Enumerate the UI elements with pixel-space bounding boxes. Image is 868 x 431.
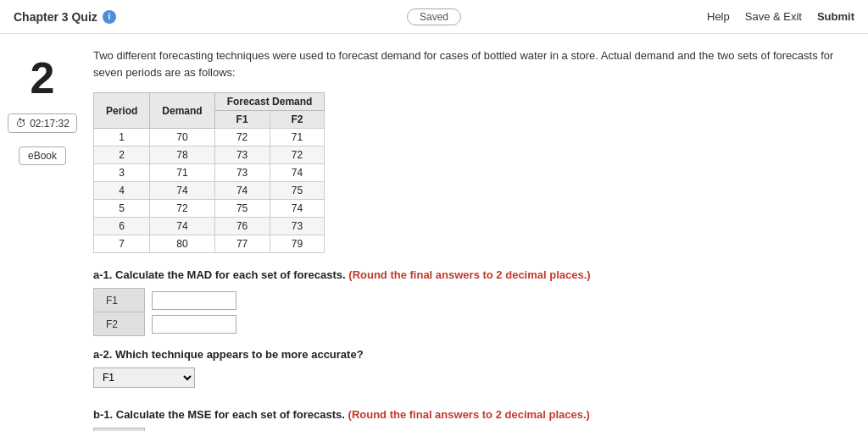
sidebar: 2 ⏱ 02:17:32 eBook: [0, 47, 85, 431]
table-period-header: Period: [94, 93, 150, 129]
help-button[interactable]: Help: [707, 10, 730, 23]
b1-section: b-1. Calculate the MSE for each set of f…: [93, 408, 851, 431]
table-cell: 77: [214, 235, 270, 253]
table-cell: 6: [94, 218, 150, 235]
header: Chapter 3 Quiz i Saved Help Save & Exit …: [0, 0, 868, 34]
b1-label: b-1. Calculate the MSE for each set of f…: [93, 408, 851, 421]
table-cell: 74: [150, 218, 214, 235]
table-cell: 74: [214, 182, 270, 200]
main-layout: 2 ⏱ 02:17:32 eBook Two different forecas…: [0, 34, 868, 431]
save-exit-button[interactable]: Save & Exit: [745, 10, 802, 23]
b1-input-cell: [145, 428, 244, 432]
header-left: Chapter 3 Quiz i: [14, 10, 294, 24]
table-cell: 72: [214, 129, 270, 146]
table-cell: 76: [214, 218, 270, 235]
a1-row-label: F1: [94, 289, 145, 312]
table-cell: 80: [150, 235, 214, 253]
table-cell: 71: [150, 164, 214, 182]
data-table: Period Demand Forecast Demand F1 F2 1707…: [93, 92, 325, 253]
table-demand-header: Demand: [150, 93, 214, 129]
table-cell: 75: [214, 200, 270, 218]
table-cell: 72: [150, 200, 214, 218]
table-forecast-group-header: Forecast Demand: [214, 93, 325, 111]
timer-value: 02:17:32: [30, 118, 70, 130]
ebook-button[interactable]: eBook: [19, 146, 66, 165]
content-area: Two different forecasting techniques wer…: [85, 47, 868, 431]
b1-round-note: (Round the final answers to 2 decimal pl…: [348, 408, 590, 421]
table-cell: 7: [94, 235, 150, 253]
table-cell: 73: [214, 146, 270, 164]
a1-answer-table: F1F2: [93, 288, 244, 336]
a2-label: a-2. Which technique appears to be more …: [93, 348, 851, 361]
submit-button[interactable]: Submit: [817, 10, 854, 23]
table-cell: 79: [270, 235, 325, 253]
table-cell: 2: [94, 146, 150, 164]
table-cell: 73: [270, 218, 325, 235]
table-f2-header: F2: [270, 111, 325, 129]
table-cell: 73: [214, 164, 270, 182]
table-cell: 4: [94, 182, 150, 200]
saved-badge: Saved: [407, 8, 461, 25]
info-icon[interactable]: i: [103, 10, 116, 24]
b1-answer-table: F1F2: [93, 428, 244, 431]
table-cell: 72: [270, 146, 325, 164]
table-cell: 5: [94, 200, 150, 218]
a1-input-cell: [145, 289, 244, 312]
a1-input-cell: [145, 312, 244, 336]
table-cell: 71: [270, 129, 325, 146]
table-cell: 74: [150, 182, 214, 200]
a1-row-label: F2: [94, 312, 145, 336]
header-right: Help Save & Exit Submit: [574, 10, 854, 23]
table-cell: 75: [270, 182, 325, 200]
timer-icon: ⏱: [15, 117, 26, 130]
a1-answer-input-f1[interactable]: [152, 291, 236, 310]
a1-label: a-1. Calculate the MAD for each set of f…: [93, 268, 851, 281]
header-center: Saved: [294, 8, 575, 25]
a1-round-note: (Round the final answers to 2 decimal pl…: [348, 268, 590, 281]
a1-answer-input-f2[interactable]: [152, 315, 236, 334]
b1-row-label: F1: [94, 428, 145, 432]
table-f1-header: F1: [214, 111, 270, 129]
table-cell: 70: [150, 129, 214, 146]
table-cell: 74: [270, 200, 325, 218]
table-cell: 3: [94, 164, 150, 182]
table-cell: 78: [150, 146, 214, 164]
technique-dropdown[interactable]: F1F2: [93, 367, 195, 388]
a2-section: a-2. Which technique appears to be more …: [93, 348, 851, 400]
question-text: Two different forecasting techniques wer…: [93, 47, 851, 80]
table-cell: 74: [270, 164, 325, 182]
quiz-title: Chapter 3 Quiz: [14, 10, 97, 24]
question-number: 2: [31, 56, 55, 100]
a1-section: a-1. Calculate the MAD for each set of f…: [93, 268, 851, 336]
timer-box: ⏱ 02:17:32: [8, 113, 77, 133]
table-cell: 1: [94, 129, 150, 146]
